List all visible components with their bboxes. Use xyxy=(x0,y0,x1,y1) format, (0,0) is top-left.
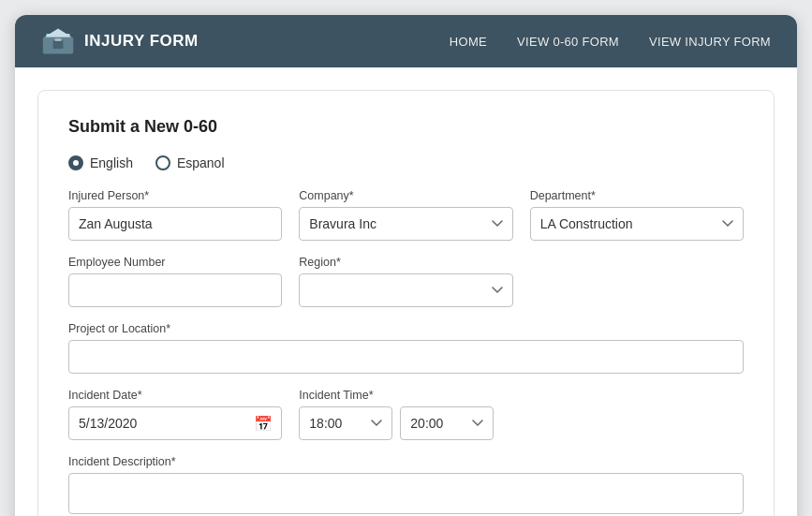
incident-description-input[interactable] xyxy=(68,473,744,514)
english-label-text: English xyxy=(90,155,133,170)
form-card: Submit a New 0-60 English Espanol Injure… xyxy=(37,90,775,516)
incident-date-input[interactable] xyxy=(68,406,282,440)
espanol-radio[interactable] xyxy=(155,155,170,170)
project-location-input[interactable] xyxy=(68,340,744,374)
language-selector: English Espanol xyxy=(68,155,744,170)
department-select[interactable]: LA Construction xyxy=(530,207,744,241)
incident-date-label: Incident Date* xyxy=(68,389,282,402)
svg-rect-4 xyxy=(54,38,61,41)
region-group: Region* xyxy=(299,256,512,307)
logo-text: INJURY FORM xyxy=(84,32,199,51)
company-label: Company* xyxy=(299,189,512,202)
language-espanol-label[interactable]: Espanol xyxy=(155,155,225,170)
incident-time-minute-select[interactable]: 20:00 21:00 xyxy=(400,406,494,440)
logo: INJURY FORM xyxy=(41,26,199,56)
region-select[interactable] xyxy=(299,273,512,307)
row-date-time: Incident Date* 📅 Incident Time* 18:00 19… xyxy=(68,389,744,440)
region-label: Region* xyxy=(299,256,512,269)
injured-person-input[interactable] xyxy=(68,207,282,241)
row-project-location: Project or Location* xyxy=(68,322,744,374)
company-group: Company* Bravura Inc xyxy=(299,189,512,241)
time-row: 18:00 19:00 20:00 20:00 21:00 xyxy=(299,406,512,440)
injured-person-group: Injured Person* xyxy=(68,189,282,241)
app-window: INJURY FORM HOME VIEW 0-60 FORM VIEW INJ… xyxy=(15,15,797,516)
logo-icon xyxy=(41,26,75,56)
incident-description-label: Incident Description* xyxy=(68,455,744,468)
incident-time-hour-select[interactable]: 18:00 19:00 20:00 xyxy=(299,406,392,440)
incident-date-group: Incident Date* 📅 xyxy=(68,389,282,440)
injured-person-label: Injured Person* xyxy=(68,189,282,202)
main-nav: HOME VIEW 0-60 FORM VIEW INJURY FORM xyxy=(450,35,771,49)
row-employee-region: Employee Number Region* xyxy=(68,256,744,307)
header: INJURY FORM HOME VIEW 0-60 FORM VIEW INJ… xyxy=(15,15,797,67)
department-label: Department* xyxy=(530,189,744,202)
nav-home[interactable]: HOME xyxy=(450,35,487,49)
english-radio[interactable] xyxy=(68,155,83,170)
employee-number-label: Employee Number xyxy=(68,256,282,269)
employee-number-group: Employee Number xyxy=(68,256,282,307)
department-group: Department* LA Construction xyxy=(530,189,744,241)
row-description: Incident Description* xyxy=(68,455,744,514)
project-location-label: Project or Location* xyxy=(68,322,744,335)
svg-rect-3 xyxy=(53,40,64,49)
nav-view-injury[interactable]: VIEW INJURY FORM xyxy=(649,35,771,49)
date-wrapper: 📅 xyxy=(68,406,282,440)
form-title: Submit a New 0-60 xyxy=(68,117,744,137)
project-location-group: Project or Location* xyxy=(68,322,744,374)
language-english-label[interactable]: English xyxy=(68,155,133,170)
svg-marker-2 xyxy=(45,29,72,37)
employee-number-input[interactable] xyxy=(68,273,282,307)
nav-view-060[interactable]: VIEW 0-60 FORM xyxy=(517,35,619,49)
row-person-company-dept: Injured Person* Company* Bravura Inc Dep… xyxy=(68,189,744,241)
espanol-label-text: Espanol xyxy=(177,155,225,170)
incident-description-group: Incident Description* xyxy=(68,455,744,514)
incident-time-label: Incident Time* xyxy=(299,389,512,402)
company-select[interactable]: Bravura Inc xyxy=(299,207,512,241)
incident-time-group: Incident Time* 18:00 19:00 20:00 20:00 2… xyxy=(299,389,512,440)
